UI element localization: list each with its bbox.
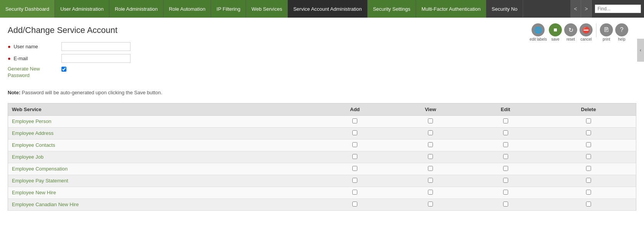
cell-delete-employee-contacts [541, 139, 636, 151]
cell-edit-employee-person [470, 115, 541, 127]
checkbox-add-employee-job[interactable] [352, 154, 357, 159]
checkbox-delete-employee-contacts[interactable] [586, 142, 591, 147]
cell-add-employee-contacts [319, 139, 391, 151]
edit-labels-button[interactable]: 🌐 edit labels [530, 23, 547, 41]
checkbox-view-employee-address[interactable] [428, 130, 433, 135]
checkbox-view-employee-job[interactable] [428, 154, 433, 159]
cell-delete-employee-new-hire [541, 187, 636, 198]
cell-edit-employee-canadian-new-hire [470, 198, 541, 210]
nav-next-button[interactable]: > [581, 0, 592, 18]
checkbox-add-employee-person[interactable] [352, 118, 357, 123]
reset-icon: ↻ [564, 23, 577, 36]
checkbox-edit-employee-job[interactable] [503, 154, 508, 159]
reset-button[interactable]: ↻ reset [564, 23, 578, 41]
cell-edit-employee-pay-statement [470, 175, 541, 187]
email-row: ● E-mail [8, 54, 636, 63]
checkbox-view-employee-canadian-new-hire[interactable] [428, 202, 433, 207]
cell-edit-employee-new-hire [470, 187, 541, 198]
nav-search-area [592, 0, 644, 18]
nav-item-security-settings[interactable]: Security Settings [368, 0, 416, 18]
checkbox-delete-employee-pay-statement[interactable] [586, 178, 591, 183]
print-icon: 🖹 [600, 23, 613, 36]
checkbox-add-employee-pay-statement[interactable] [352, 178, 357, 183]
cell-delete-employee-compensation [541, 163, 636, 175]
checkbox-edit-employee-new-hire[interactable] [503, 190, 508, 195]
save-button[interactable]: ■ save [548, 23, 562, 41]
checkbox-delete-employee-canadian-new-hire[interactable] [586, 202, 591, 207]
print-button[interactable]: 🖹 print [599, 23, 613, 41]
checkbox-edit-employee-canadian-new-hire[interactable] [503, 202, 508, 207]
checkbox-add-employee-new-hire[interactable] [352, 190, 357, 195]
help-icon: ? [615, 23, 628, 36]
nav-item-security-dashboard[interactable]: Security Dashboard [0, 0, 55, 18]
cell-add-employee-job [319, 151, 391, 163]
table-row: Employee Canadian New Hire [8, 198, 636, 210]
checkbox-add-employee-address[interactable] [352, 130, 357, 135]
help-button[interactable]: ? help [615, 23, 629, 41]
main-content: Add/Change Service Account 🌐 edit labels… [0, 18, 644, 211]
checkbox-delete-employee-person[interactable] [586, 118, 591, 123]
checkbox-edit-employee-address[interactable] [503, 130, 508, 135]
cell-delete-employee-pay-statement [541, 175, 636, 187]
cell-view-employee-new-hire [391, 187, 470, 198]
checkbox-edit-employee-person[interactable] [503, 118, 508, 123]
cell-add-employee-new-hire [319, 187, 391, 198]
checkbox-view-employee-compensation[interactable] [428, 166, 433, 171]
checkbox-view-employee-pay-statement[interactable] [428, 178, 433, 183]
nav-item-service-account-administration[interactable]: Service Account Administration [288, 0, 367, 18]
table-row: Employee Job [8, 151, 636, 163]
email-label: ● E-mail [8, 56, 61, 61]
cell-view-employee-compensation [391, 163, 470, 175]
cell-edit-employee-compensation [470, 163, 541, 175]
col-edit: Edit [470, 103, 541, 115]
checkbox-add-employee-compensation[interactable] [352, 166, 357, 171]
cell-delete-employee-job [541, 151, 636, 163]
checkbox-delete-employee-new-hire[interactable] [586, 190, 591, 195]
generate-password-checkbox[interactable] [61, 67, 66, 72]
services-table-container: Web Service Add View Edit Delete Employe… [8, 103, 636, 211]
cell-edit-employee-job [470, 151, 541, 163]
services-table: Web Service Add View Edit Delete Employe… [8, 103, 636, 211]
cell-add-employee-person [319, 115, 391, 127]
nav-item-role-administration[interactable]: Role Administration [109, 0, 163, 18]
checkbox-add-employee-canadian-new-hire[interactable] [352, 202, 357, 207]
checkbox-view-employee-new-hire[interactable] [428, 190, 433, 195]
username-required: ● [8, 44, 11, 49]
checkbox-delete-employee-job[interactable] [586, 154, 591, 159]
cell-delete-employee-person [541, 115, 636, 127]
checkbox-view-employee-contacts[interactable] [428, 142, 433, 147]
collapse-panel-button[interactable]: ‹ [637, 39, 644, 62]
nav-item-security-no[interactable]: Security No [486, 0, 523, 18]
checkbox-add-employee-contacts[interactable] [352, 142, 357, 147]
search-input[interactable] [595, 5, 641, 13]
cancel-button[interactable]: ⛔ cancel [579, 23, 593, 41]
table-row: Employee Person [8, 115, 636, 127]
save-icon: ■ [549, 23, 562, 36]
nav-item-role-automation[interactable]: Role Automation [163, 0, 211, 18]
table-row: Employee Compensation [8, 163, 636, 175]
service-name-employee-pay-statement: Employee Pay Statement [8, 175, 319, 187]
cell-delete-employee-address [541, 127, 636, 139]
nav-prev-button[interactable]: < [570, 0, 581, 18]
nav-item-ip-filtering[interactable]: IP Filtering [211, 0, 246, 18]
checkbox-edit-employee-pay-statement[interactable] [503, 178, 508, 183]
table-header-row: Web Service Add View Edit Delete [8, 103, 636, 115]
checkbox-delete-employee-compensation[interactable] [586, 166, 591, 171]
checkbox-edit-employee-compensation[interactable] [503, 166, 508, 171]
email-input[interactable] [61, 54, 130, 63]
email-required: ● [8, 56, 11, 61]
col-view: View [391, 103, 470, 115]
service-name-employee-compensation: Employee Compensation [8, 163, 319, 175]
nav-item-multi-factor-authentication[interactable]: Multi-Factor Authentication [416, 0, 486, 18]
table-row: Employee Contacts [8, 139, 636, 151]
nav-item-web-services[interactable]: Web Services [246, 0, 288, 18]
col-add: Add [319, 103, 391, 115]
checkbox-delete-employee-address[interactable] [586, 130, 591, 135]
username-input[interactable] [61, 42, 130, 51]
cell-edit-employee-contacts [470, 139, 541, 151]
toolbar-divider [596, 23, 596, 37]
checkbox-edit-employee-contacts[interactable] [503, 142, 508, 147]
cell-view-employee-canadian-new-hire [391, 198, 470, 210]
nav-item-user-administration[interactable]: User Administration [55, 0, 109, 18]
checkbox-view-employee-person[interactable] [428, 118, 433, 123]
